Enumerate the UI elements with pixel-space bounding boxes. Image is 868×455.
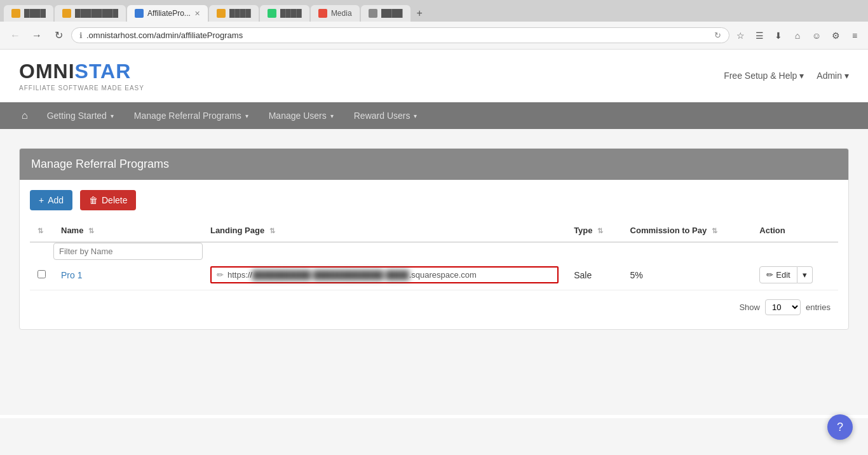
url-blurred-part: ██████████ ████████████ ████	[252, 270, 409, 280]
th-commission-label: Commission to Pay	[630, 226, 707, 235]
app-wrapper: OMNISTAR AFFILIATE SOFTWARE MADE EASY Fr…	[0, 50, 868, 418]
menu-icon[interactable]: ≡	[848, 29, 862, 43]
reader-icon[interactable]: ☰	[752, 29, 766, 43]
th-landing-sort: ⇅	[269, 227, 275, 234]
delete-label: Delete	[102, 195, 127, 205]
sort-icon-all: ⇅	[37, 227, 43, 234]
tab-favicon-7	[369, 9, 377, 18]
address-refresh-icon[interactable]: ↻	[714, 31, 721, 40]
logo-tagline: AFFILIATE SOFTWARE MADE EASY	[19, 85, 144, 92]
add-icon: +	[39, 195, 44, 205]
content-area: Manage Referral Programs + Add 🗑 Delete	[0, 129, 868, 415]
nav-reward-users-caret: ▾	[414, 112, 417, 119]
tab-close-icon[interactable]: ✕	[194, 10, 200, 18]
th-commission[interactable]: Commission to Pay ⇅	[623, 219, 752, 242]
nav-getting-started[interactable]: Getting Started ▾	[37, 103, 124, 128]
th-landing-page[interactable]: Landing Page ⇅	[203, 219, 566, 242]
edit-pencil-btn-icon: ✏	[766, 270, 773, 280]
tab-title-1: ████	[24, 9, 46, 18]
bookmark-icon[interactable]: ☆	[733, 29, 747, 43]
forward-button[interactable]: →	[28, 27, 46, 44]
referral-programs-table-wrapper: ⇅ Name ⇅ Landing Page ⇅	[30, 219, 838, 290]
landing-page-cell: ✏ https://██████████ ████████████ ████.s…	[210, 266, 559, 283]
th-action: Action	[752, 219, 838, 242]
tab-favicon-5	[268, 9, 276, 18]
th-commission-sort: ⇅	[712, 227, 717, 234]
app-navbar: ⌂ Getting Started ▾ Manage Referral Prog…	[0, 102, 868, 129]
address-bar[interactable]: ℹ .omnistarhost.com/admin/affiliateProgr…	[71, 27, 729, 43]
browser-tab-7[interactable]: ████	[361, 5, 410, 22]
row-action-cell: ✏ Edit ▾	[752, 260, 838, 290]
refresh-button[interactable]: ↻	[50, 27, 67, 44]
nav-manage-referral-programs[interactable]: Manage Referral Programs ▾	[124, 103, 259, 128]
panel-heading: Manage Referral Programs	[20, 149, 848, 180]
emoji-icon[interactable]: ☺	[810, 29, 824, 43]
referral-programs-table: ⇅ Name ⇅ Landing Page ⇅	[30, 219, 838, 290]
tab-title-7: ████	[381, 9, 403, 18]
th-type[interactable]: Type ⇅	[566, 219, 622, 242]
browser-chrome: ████ ████████ AffiliatePro... ✕ ████ ███…	[0, 0, 868, 50]
free-setup-help-caret: ▾	[799, 71, 804, 81]
nav-manage-referral-label: Manage Referral Programs	[134, 111, 241, 121]
show-entries-bar: Show 10 25 50 100 entries	[30, 290, 838, 319]
filter-name-input[interactable]	[53, 243, 203, 260]
home-nav-icon: ⌂	[22, 110, 28, 121]
logo-omni: OMNI	[19, 60, 75, 83]
browser-tab-4[interactable]: ████	[209, 5, 259, 22]
tab-favicon-4	[217, 9, 226, 18]
th-checkbox: ⇅	[30, 219, 53, 242]
admin-caret: ▾	[844, 71, 849, 81]
tab-title-3: AffiliatePro...	[147, 9, 191, 18]
program-type: Sale	[574, 270, 592, 280]
panel-title: Manage Referral Programs	[31, 158, 169, 170]
back-button[interactable]: ←	[6, 27, 24, 44]
show-label: Show	[739, 302, 760, 312]
browser-tab-1[interactable]: ████	[4, 5, 53, 22]
filter-landing-cell	[203, 242, 566, 260]
row-checkbox[interactable]	[37, 270, 46, 278]
tab-title-4: ████	[229, 9, 251, 18]
edit-dropdown-button[interactable]: ▾	[797, 266, 813, 283]
extensions-icon[interactable]: ⚙	[829, 29, 843, 43]
toolbar-icons: ☆ ☰ ⬇ ⌂ ☺ ⚙ ≡	[733, 29, 862, 43]
filter-checkbox-cell	[30, 242, 53, 260]
th-name-sort: ⇅	[88, 227, 94, 234]
download-icon[interactable]: ⬇	[771, 29, 785, 43]
tab-title-5: ████	[280, 9, 302, 18]
nav-getting-started-label: Getting Started	[47, 111, 107, 121]
panel-body: + Add 🗑 Delete ⇅	[20, 180, 848, 329]
new-tab-button[interactable]: +	[412, 5, 428, 22]
nav-reward-users[interactable]: Reward Users ▾	[344, 103, 428, 128]
filter-type-cell	[566, 242, 622, 260]
th-name[interactable]: Name ⇅	[53, 219, 203, 242]
show-count-select[interactable]: 10 25 50 100	[765, 299, 801, 315]
browser-tabs: ████ ████████ AffiliatePro... ✕ ████ ███…	[0, 0, 868, 22]
nav-manage-users[interactable]: Manage Users ▾	[259, 103, 344, 128]
free-setup-help-button[interactable]: Free Setup & Help ▾	[724, 71, 804, 81]
commission-value: 5%	[630, 270, 643, 280]
logo-star: STAR	[75, 60, 132, 83]
browser-tab-3-active[interactable]: AffiliatePro... ✕	[127, 5, 208, 22]
nav-getting-started-caret: ▾	[111, 112, 114, 119]
delete-button[interactable]: 🗑 Delete	[80, 190, 136, 210]
row-name-cell: Pro 1	[53, 260, 203, 290]
nav-reward-users-label: Reward Users	[354, 111, 410, 121]
browser-tab-5[interactable]: ████	[260, 5, 309, 22]
edit-button[interactable]: ✏ Edit	[759, 266, 797, 283]
home-icon[interactable]: ⌂	[790, 29, 804, 43]
program-name-link[interactable]: Pro 1	[61, 270, 82, 280]
entries-label: entries	[806, 302, 831, 312]
admin-button[interactable]: Admin ▾	[817, 71, 849, 81]
add-button[interactable]: + Add	[30, 190, 72, 210]
browser-tab-2[interactable]: ████████	[55, 5, 126, 22]
logo: OMNISTAR AFFILIATE SOFTWARE MADE EASY	[19, 60, 144, 92]
tab-favicon-3	[135, 9, 144, 18]
nav-home-button[interactable]: ⌂	[13, 102, 37, 129]
edit-caret-icon: ▾	[803, 270, 807, 280]
landing-url-text: https://██████████ ████████████ ████.squ…	[227, 270, 477, 280]
browser-tab-6[interactable]: Media	[311, 5, 360, 22]
filter-commission-cell	[623, 242, 752, 260]
browser-toolbar: ← → ↻ ℹ .omnistarhost.com/admin/affiliat…	[0, 22, 868, 50]
filter-action-cell	[752, 242, 838, 260]
nav-manage-referral-caret: ▾	[245, 112, 248, 119]
